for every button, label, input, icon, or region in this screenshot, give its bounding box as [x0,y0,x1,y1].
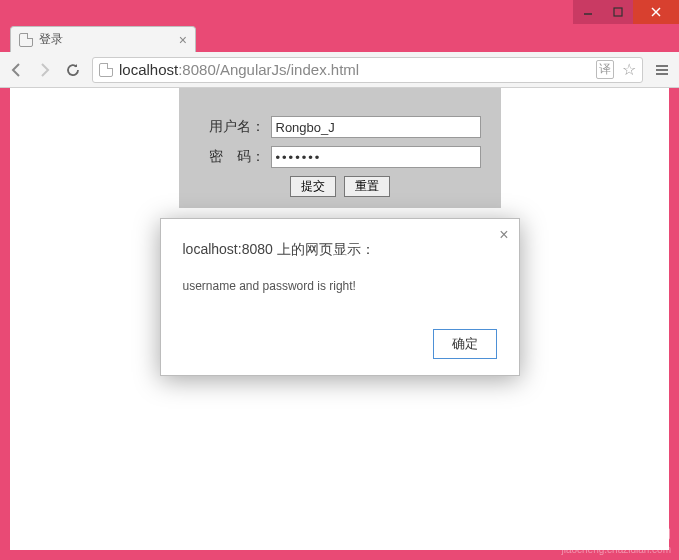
url-host: localhost [119,61,178,78]
reload-button[interactable] [64,61,82,79]
form-button-row: 提交 重置 [199,176,481,197]
svg-rect-1 [614,8,622,16]
menu-button[interactable] [653,61,671,79]
username-label: 用户名： [199,118,271,136]
url-input[interactable]: localhost:8080/AngularJs/index.html 译 ☆ [92,57,643,83]
address-bar: localhost:8080/AngularJs/index.html 译 ☆ [0,52,679,88]
page-icon [99,63,113,77]
watermark-line2: jiaocheng.chazidian.com [561,543,671,556]
watermark-line1: 查字典 | 教程网 [561,527,671,543]
dialog-message: username and password is right! [183,279,497,293]
dialog-title: localhost:8080 上的网页显示： [183,241,497,259]
reset-button[interactable]: 重置 [344,176,390,197]
close-icon [650,6,662,18]
omnibox-actions: 译 ☆ [596,60,636,79]
password-row: 密 码： [199,146,481,168]
back-arrow-icon [8,61,26,79]
hamburger-icon [653,61,671,79]
url-path: :8080/AngularJs/index.html [178,61,359,78]
bookmark-star-icon[interactable]: ☆ [622,60,636,79]
back-button[interactable] [8,61,26,79]
reload-icon [64,61,82,79]
alert-dialog: × localhost:8080 上的网页显示： username and pa… [160,218,520,376]
watermark: 查字典 | 教程网 jiaocheng.chazidian.com [561,527,671,556]
browser-window: 登录 × localhost:8080/AngularJs/index.html… [0,0,679,560]
dialog-ok-button[interactable]: 确定 [433,329,497,359]
browser-tab[interactable]: 登录 × [10,26,196,52]
window-maximize-button[interactable] [603,0,633,24]
submit-button[interactable]: 提交 [290,176,336,197]
login-form: 用户名： 密 码： 提交 重置 [179,88,501,208]
page-viewport: 用户名： 密 码： 提交 重置 × localhost:8080 上的网页显示：… [10,88,669,550]
dialog-close-button[interactable]: × [499,227,508,243]
forward-button[interactable] [36,61,54,79]
url-text: localhost:8080/AngularJs/index.html [119,61,359,78]
minimize-icon [583,7,593,17]
tab-close-button[interactable]: × [179,33,187,47]
username-row: 用户名： [199,116,481,138]
window-close-button[interactable] [633,0,679,24]
tab-title: 登录 [39,31,173,48]
window-minimize-button[interactable] [573,0,603,24]
username-input[interactable] [271,116,481,138]
page-icon [19,33,33,47]
maximize-icon [613,7,623,17]
forward-arrow-icon [36,61,54,79]
translate-icon[interactable]: 译 [596,60,614,79]
password-label: 密 码： [199,148,271,166]
tab-strip: 登录 × [0,24,679,52]
password-input[interactable] [271,146,481,168]
dialog-actions: 确定 [183,329,497,359]
window-titlebar [0,0,679,24]
